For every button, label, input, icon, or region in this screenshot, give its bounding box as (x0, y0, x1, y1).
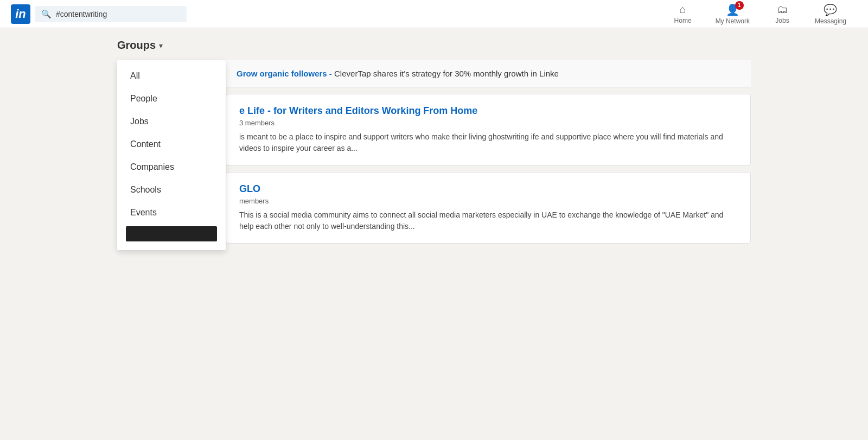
page-content: Groups ▾ All People Jobs Content Compani… (108, 28, 760, 261)
filter-dropdown: All People Jobs Content Companies School… (117, 60, 226, 250)
nav-messaging-label: Messaging (815, 17, 846, 25)
result-description-1: is meant to be a place to inspire and su… (239, 131, 737, 154)
result-card-1: e Life - for Writers and Editors Working… (226, 94, 751, 165)
nav-my-network[interactable]: 👤 1 My Network (705, 0, 761, 28)
dropdown-area: All People Jobs Content Companies School… (117, 60, 751, 250)
banner-result[interactable]: Grow organic followers - CleverTap share… (226, 60, 751, 87)
banner-text: Grow organic followers - CleverTap share… (237, 69, 559, 78)
filter-item-companies[interactable]: Companies (117, 156, 226, 178)
groups-title: Groups (117, 39, 156, 52)
filter-item-schools[interactable]: Schools (117, 178, 226, 201)
filter-item-events[interactable]: Events (117, 201, 226, 224)
linkedin-logo[interactable]: in (11, 4, 30, 24)
result-title-2[interactable]: GLO (239, 183, 737, 195)
logo-text: in (15, 8, 26, 20)
jobs-icon-wrap: 🗂 (777, 3, 788, 16)
result-meta-1: 3 members (239, 119, 737, 127)
home-icon: ⌂ (680, 3, 686, 15)
nav-jobs[interactable]: 🗂 Jobs (761, 0, 804, 28)
search-input[interactable] (56, 10, 180, 18)
my-network-icon-wrap: 👤 1 (726, 3, 739, 16)
search-bar[interactable]: 🔍 (35, 6, 187, 22)
chevron-down-icon: ▾ (159, 41, 163, 50)
nav-jobs-label: Jobs (775, 17, 789, 24)
filter-item-jobs[interactable]: Jobs (117, 110, 226, 133)
filter-item-people[interactable]: People (117, 87, 226, 110)
my-network-badge: 1 (735, 1, 744, 10)
black-bar (126, 226, 217, 241)
jobs-icon: 🗂 (777, 3, 788, 15)
result-card-2: GLO members This is a social media commu… (226, 172, 751, 244)
filter-item-content[interactable]: Content (117, 133, 226, 156)
result-meta-2: members (239, 197, 737, 205)
messaging-icon-wrap: 💬 (824, 3, 837, 16)
search-icon: 🔍 (41, 9, 52, 19)
nav-messaging[interactable]: 💬 Messaging (804, 0, 857, 28)
nav-home[interactable]: ⌂ Home (661, 0, 705, 28)
nav-my-network-label: My Network (716, 17, 750, 25)
groups-dropdown-trigger[interactable]: Groups ▾ (117, 39, 751, 52)
main-nav: ⌂ Home 👤 1 My Network 🗂 Jobs 💬 Messaging (661, 0, 857, 28)
filter-item-all[interactable]: All (117, 65, 226, 87)
banner-normal-text: CleverTap shares it's strategy for 30% m… (334, 69, 559, 78)
results-area: Grow organic followers - CleverTap share… (226, 60, 751, 250)
home-icon-wrap: ⌂ (680, 3, 686, 16)
messaging-icon: 💬 (824, 4, 837, 16)
result-title-1[interactable]: e Life - for Writers and Editors Working… (239, 105, 737, 117)
header: in 🔍 ⌂ Home 👤 1 My Network 🗂 Jobs (0, 0, 868, 28)
banner-link-text: Grow organic followers - (237, 69, 332, 78)
nav-home-label: Home (674, 17, 692, 24)
result-description-2: This is a social media community aims to… (239, 209, 737, 232)
